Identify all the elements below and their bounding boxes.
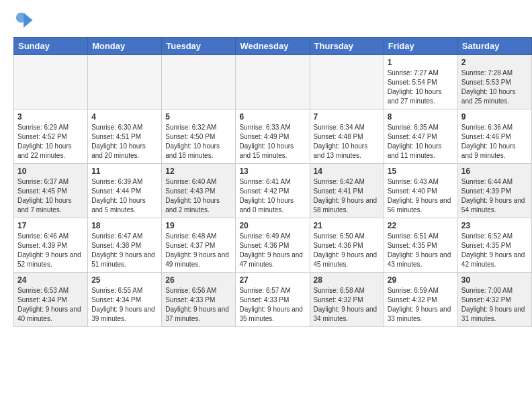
calendar-cell: 24Sunrise: 6:53 AMSunset: 4:34 PMDayligh… [14, 273, 88, 327]
day-number: 15 [388, 167, 454, 176]
calendar-cell: 1Sunrise: 7:27 AMSunset: 5:54 PMDaylight… [384, 55, 457, 109]
weekday-header-wednesday: Wednesday [236, 38, 310, 55]
day-number: 24 [17, 275, 84, 285]
calendar-cell: 7Sunrise: 6:34 AMSunset: 4:48 PMDaylight… [310, 109, 384, 164]
day-info: Sunrise: 6:32 AMSunset: 4:50 PMDaylight:… [165, 123, 232, 161]
day-info: Sunrise: 6:49 AMSunset: 4:36 PMDaylight:… [239, 232, 306, 269]
calendar-cell: 12Sunrise: 6:40 AMSunset: 4:43 PMDayligh… [162, 164, 236, 218]
day-number: 9 [461, 112, 528, 122]
day-info: Sunrise: 6:57 AMSunset: 4:33 PMDaylight:… [239, 286, 306, 324]
day-info: Sunrise: 7:27 AMSunset: 5:54 PMDaylight:… [388, 68, 454, 106]
day-info: Sunrise: 6:43 AMSunset: 4:40 PMDaylight:… [388, 177, 454, 215]
day-number: 26 [165, 275, 232, 285]
day-info: Sunrise: 6:51 AMSunset: 4:35 PMDaylight:… [388, 232, 454, 269]
calendar-cell: 26Sunrise: 6:56 AMSunset: 4:33 PMDayligh… [162, 273, 236, 327]
day-info: Sunrise: 6:47 AMSunset: 4:38 PMDaylight:… [91, 232, 158, 269]
day-info: Sunrise: 6:39 AMSunset: 4:44 PMDaylight:… [91, 177, 158, 215]
day-info: Sunrise: 6:30 AMSunset: 4:51 PMDaylight:… [91, 123, 158, 161]
day-info: Sunrise: 6:50 AMSunset: 4:36 PMDaylight:… [314, 232, 380, 269]
calendar-cell: 9Sunrise: 6:36 AMSunset: 4:46 PMDaylight… [457, 109, 531, 164]
day-info: Sunrise: 6:33 AMSunset: 4:49 PMDaylight:… [239, 123, 306, 161]
day-info: Sunrise: 7:28 AMSunset: 5:53 PMDaylight:… [461, 68, 528, 106]
day-info: Sunrise: 6:59 AMSunset: 4:32 PMDaylight:… [388, 286, 454, 324]
day-number: 18 [91, 221, 158, 230]
calendar-table: SundayMondayTuesdayWednesdayThursdayFrid… [13, 37, 532, 327]
day-number: 22 [388, 221, 454, 230]
weekday-header-tuesday: Tuesday [162, 38, 236, 55]
header [0, 0, 532, 37]
calendar-cell: 18Sunrise: 6:47 AMSunset: 4:38 PMDayligh… [88, 218, 162, 273]
day-info: Sunrise: 6:37 AMSunset: 4:45 PMDaylight:… [17, 177, 84, 215]
calendar-cell: 21Sunrise: 6:50 AMSunset: 4:36 PMDayligh… [310, 218, 384, 273]
day-number: 27 [239, 275, 306, 285]
day-number: 7 [314, 112, 380, 122]
logo-icon [13, 10, 34, 30]
day-number: 19 [165, 221, 232, 230]
day-info: Sunrise: 7:00 AMSunset: 4:32 PMDaylight:… [461, 286, 528, 324]
calendar-cell: 25Sunrise: 6:55 AMSunset: 4:34 PMDayligh… [88, 273, 162, 327]
calendar-cell: 13Sunrise: 6:41 AMSunset: 4:42 PMDayligh… [236, 164, 310, 218]
calendar-cell: 17Sunrise: 6:46 AMSunset: 4:39 PMDayligh… [14, 218, 88, 273]
day-info: Sunrise: 6:36 AMSunset: 4:46 PMDaylight:… [461, 123, 528, 161]
day-info: Sunrise: 6:41 AMSunset: 4:42 PMDaylight:… [239, 177, 306, 215]
day-info: Sunrise: 6:53 AMSunset: 4:34 PMDaylight:… [17, 286, 84, 324]
calendar-cell: 3Sunrise: 6:29 AMSunset: 4:52 PMDaylight… [14, 109, 88, 164]
day-number: 3 [17, 112, 84, 122]
calendar-cell: 16Sunrise: 6:44 AMSunset: 4:39 PMDayligh… [457, 164, 531, 218]
calendar-cell [236, 55, 310, 109]
day-info: Sunrise: 6:44 AMSunset: 4:39 PMDaylight:… [461, 177, 528, 215]
calendar-cell: 19Sunrise: 6:48 AMSunset: 4:37 PMDayligh… [162, 218, 236, 273]
day-number: 13 [239, 167, 306, 176]
weekday-header-thursday: Thursday [310, 38, 384, 55]
calendar-cell: 5Sunrise: 6:32 AMSunset: 4:50 PMDaylight… [162, 109, 236, 164]
day-number: 20 [239, 221, 306, 230]
calendar-cell: 4Sunrise: 6:30 AMSunset: 4:51 PMDaylight… [88, 109, 162, 164]
day-number: 23 [461, 221, 528, 230]
svg-marker-1 [24, 13, 33, 28]
day-number: 10 [17, 167, 84, 176]
day-info: Sunrise: 6:48 AMSunset: 4:37 PMDaylight:… [165, 232, 232, 269]
day-number: 11 [91, 167, 158, 176]
logo [13, 10, 37, 30]
calendar-cell: 6Sunrise: 6:33 AMSunset: 4:49 PMDaylight… [236, 109, 310, 164]
calendar-cell: 20Sunrise: 6:49 AMSunset: 4:36 PMDayligh… [236, 218, 310, 273]
calendar-cell: 8Sunrise: 6:35 AMSunset: 4:47 PMDaylight… [384, 109, 457, 164]
calendar-cell: 23Sunrise: 6:52 AMSunset: 4:35 PMDayligh… [457, 218, 531, 273]
calendar-cell: 10Sunrise: 6:37 AMSunset: 4:45 PMDayligh… [14, 164, 88, 218]
day-number: 30 [461, 275, 528, 285]
day-info: Sunrise: 6:52 AMSunset: 4:35 PMDaylight:… [461, 232, 528, 269]
day-info: Sunrise: 6:46 AMSunset: 4:39 PMDaylight:… [17, 232, 84, 269]
calendar-cell: 14Sunrise: 6:42 AMSunset: 4:41 PMDayligh… [310, 164, 384, 218]
calendar-cell: 29Sunrise: 6:59 AMSunset: 4:32 PMDayligh… [384, 273, 457, 327]
calendar-cell [88, 55, 162, 109]
day-info: Sunrise: 6:58 AMSunset: 4:32 PMDaylight:… [314, 286, 380, 324]
day-info: Sunrise: 6:29 AMSunset: 4:52 PMDaylight:… [17, 123, 84, 161]
day-number: 8 [388, 112, 454, 122]
calendar-cell: 30Sunrise: 7:00 AMSunset: 4:32 PMDayligh… [457, 273, 531, 327]
calendar-cell [310, 55, 384, 109]
calendar-cell: 15Sunrise: 6:43 AMSunset: 4:40 PMDayligh… [384, 164, 457, 218]
day-number: 4 [91, 112, 158, 122]
calendar-cell [162, 55, 236, 109]
day-info: Sunrise: 6:40 AMSunset: 4:43 PMDaylight:… [165, 177, 232, 215]
calendar-cell: 2Sunrise: 7:28 AMSunset: 5:53 PMDaylight… [457, 55, 531, 109]
day-info: Sunrise: 6:55 AMSunset: 4:34 PMDaylight:… [91, 286, 158, 324]
weekday-header-saturday: Saturday [457, 38, 531, 55]
day-number: 6 [239, 112, 306, 122]
day-number: 5 [165, 112, 232, 122]
day-number: 25 [91, 275, 158, 285]
day-info: Sunrise: 6:56 AMSunset: 4:33 PMDaylight:… [165, 286, 232, 324]
day-number: 16 [461, 167, 528, 176]
calendar-cell [14, 55, 88, 109]
weekday-header-monday: Monday [88, 38, 162, 55]
calendar-cell: 27Sunrise: 6:57 AMSunset: 4:33 PMDayligh… [236, 273, 310, 327]
day-number: 21 [314, 221, 380, 230]
day-number: 28 [314, 275, 380, 285]
day-number: 14 [314, 167, 380, 176]
calendar-cell: 22Sunrise: 6:51 AMSunset: 4:35 PMDayligh… [384, 218, 457, 273]
day-number: 1 [388, 58, 454, 67]
day-number: 29 [388, 275, 454, 285]
day-number: 17 [17, 221, 84, 230]
calendar-cell: 11Sunrise: 6:39 AMSunset: 4:44 PMDayligh… [88, 164, 162, 218]
weekday-header-sunday: Sunday [14, 38, 88, 55]
